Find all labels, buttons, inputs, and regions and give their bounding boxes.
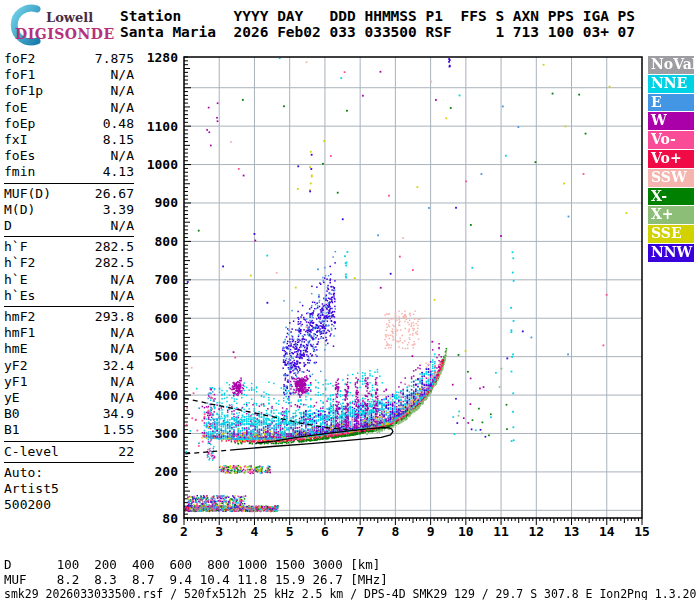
plot-profile-lines [0,0,700,600]
profile-line-dashed [184,450,235,454]
legend-item-e: E [648,94,694,112]
profile-line-dashed [184,398,364,431]
legend-item-nne: NNE [648,75,694,93]
legend-item-w: W [648,112,694,130]
legend-item-vo: Vo+ [648,150,694,168]
d-row: D 100 200 400 600 800 1000 1500 3000 [km… [4,557,380,572]
ionogram-app: Lowell DIGISONDE Station YYYY DAY DDD HH… [0,0,700,600]
legend-item-x: X+ [648,206,694,224]
legend-item-vo: Vo- [648,131,694,149]
legend-item-x: X- [648,188,694,206]
legend-item-sse: SSE [648,225,694,243]
muf-row: MUF 8.2 8.3 8.7 9.4 10.4 11.8 15.9 26.7 … [4,572,388,587]
echo-direction-legend: NoValNNEEWVo-Vo+SSWX-X+SSENNW [648,56,694,263]
legend-item-ssw: SSW [648,169,694,187]
legend-item-noval: NoVal [648,56,694,74]
footer-info: smk29_2026033033500.rsf / 520fx512h 25 k… [4,587,696,600]
d-muf-table: D 100 200 400 600 800 1000 1500 3000 [km… [4,557,388,587]
legend-item-nnw: NNW [648,244,694,262]
profile-line-solid [235,428,393,450]
